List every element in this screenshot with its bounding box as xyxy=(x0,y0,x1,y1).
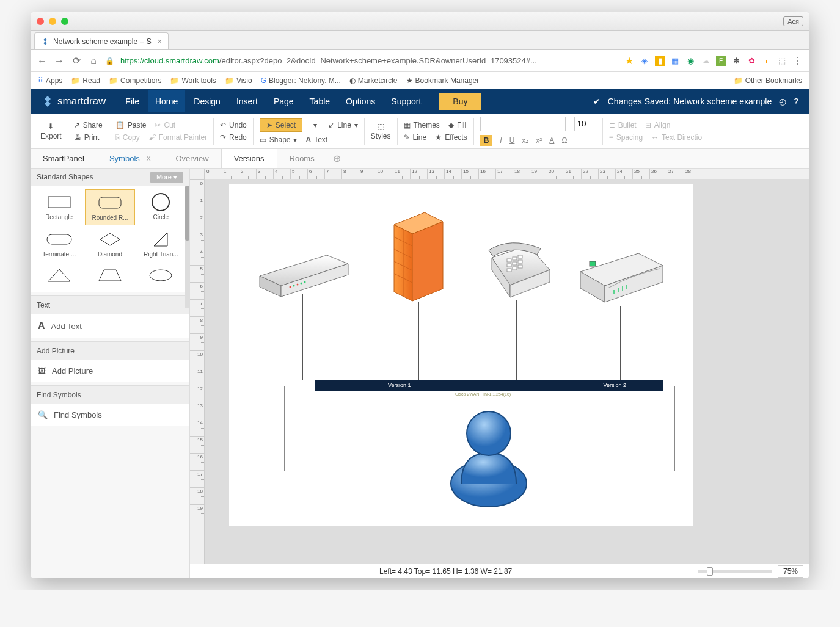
font-color-button[interactable]: A xyxy=(549,136,554,145)
cut-button[interactable]: ✂ Cut xyxy=(155,121,175,129)
redo-button[interactable]: ↷ Redo xyxy=(220,133,247,142)
add-tab-button[interactable]: ⊕ xyxy=(327,149,347,168)
canvas[interactable]: Version 1 Version 2 Cisco 2WANFTN-1.1.25… xyxy=(205,179,809,564)
bullet-button[interactable]: ≣ Bullet xyxy=(609,121,637,129)
paste-button[interactable]: 📋 Paste xyxy=(115,121,147,129)
ext-icon[interactable]: r xyxy=(762,56,772,66)
menu-support[interactable]: Support xyxy=(384,90,428,112)
effects-button[interactable]: ★ Effects xyxy=(435,133,467,142)
close-tab-icon[interactable]: × xyxy=(158,37,162,46)
ext-icon[interactable]: ✽ xyxy=(731,56,741,66)
add-text-button[interactable]: AAdd Text xyxy=(31,314,189,338)
shapes-scrollbar[interactable] xyxy=(185,186,189,308)
styles-icon[interactable]: ⬚ xyxy=(378,122,384,131)
browser-tab[interactable]: Network scheme example -- S × xyxy=(34,32,169,49)
bookmark-apps[interactable]: ⠿Apps xyxy=(38,76,62,85)
modem-device-icon[interactable] xyxy=(571,244,669,311)
font-size-input[interactable] xyxy=(574,117,596,131)
bookmark-link[interactable]: ★Bookmark Manager xyxy=(406,76,480,85)
underline-button[interactable]: U xyxy=(509,136,515,145)
bookmark-link[interactable]: GBlogger: Nektony. M... xyxy=(261,76,341,85)
buy-button[interactable]: Buy xyxy=(439,93,481,110)
menu-page[interactable]: Page xyxy=(266,90,301,112)
shape-diamond[interactable]: Diamond xyxy=(85,227,134,261)
bold-button[interactable]: B xyxy=(480,135,493,146)
tab-overview[interactable]: Overview xyxy=(163,149,221,168)
export-button[interactable]: Export xyxy=(40,132,62,140)
bookmark-folder[interactable]: 📁Work tools xyxy=(170,76,216,85)
other-bookmarks[interactable]: 📁Other Bookmarks xyxy=(734,76,802,85)
notification-icon[interactable]: ◴ xyxy=(779,96,786,106)
fill-button[interactable]: ◆ Fill xyxy=(448,121,466,129)
switch-device-icon[interactable] xyxy=(254,233,351,300)
tab-rooms[interactable]: Rooms xyxy=(277,149,327,168)
menu-file[interactable]: File xyxy=(118,90,147,112)
undo-button[interactable]: ↶ Undo xyxy=(220,121,247,129)
ext-icon[interactable]: ◉ xyxy=(685,56,695,66)
ext-icon[interactable]: ◈ xyxy=(640,56,649,66)
tab-versions[interactable]: Versions xyxy=(221,149,277,168)
add-picture-button[interactable]: 🖼Add Picture xyxy=(31,360,189,382)
font-family-input[interactable] xyxy=(480,117,566,131)
ext-icon[interactable]: F xyxy=(716,56,726,66)
shape-rounded-rect[interactable]: Rounded R... xyxy=(85,189,134,225)
menu-options[interactable]: Options xyxy=(338,90,382,112)
bookmark-link[interactable]: ◐Marketcircle xyxy=(349,76,398,85)
ext-icon[interactable]: ☁ xyxy=(701,56,710,66)
reload-button[interactable]: ⟳ xyxy=(71,55,82,67)
smartdraw-logo[interactable]: smartdraw xyxy=(42,95,106,107)
superscript-button[interactable]: x² xyxy=(536,136,542,145)
omega-button[interactable]: Ω xyxy=(561,136,567,145)
close-window-button[interactable] xyxy=(37,18,44,25)
bookmark-folder[interactable]: 📁Read xyxy=(71,76,100,85)
chrome-menu-icon[interactable]: ⋮ xyxy=(792,55,803,67)
address-bar[interactable]: https://cloud.smartdraw.com/editor.aspx?… xyxy=(120,56,619,65)
spacing-button[interactable]: ≡ Spacing xyxy=(609,133,643,142)
bookmark-star-icon[interactable]: ★ xyxy=(625,55,634,67)
shape-triangle[interactable] xyxy=(34,263,84,288)
share-button[interactable]: ↗ Share xyxy=(74,121,103,129)
minimize-window-button[interactable] xyxy=(49,18,56,25)
more-shapes-button[interactable]: More ▾ xyxy=(150,172,183,183)
menu-table[interactable]: Table xyxy=(302,90,337,112)
shape-right-triangle[interactable]: Right Trian... xyxy=(136,227,186,261)
themes-button[interactable]: ▦ Themes xyxy=(404,121,440,129)
back-button[interactable]: ← xyxy=(37,56,48,67)
ext-icon[interactable]: ⬚ xyxy=(777,56,787,66)
firewall-device-icon[interactable] xyxy=(382,206,455,304)
select-tool-button[interactable]: ➤ Select xyxy=(260,118,302,132)
ext-icon[interactable]: ▦ xyxy=(670,56,680,66)
print-button[interactable]: 🖶 Print xyxy=(74,133,100,142)
dropdown-icon[interactable]: ▾ xyxy=(311,121,320,129)
phone-device-icon[interactable] xyxy=(473,233,559,306)
chrome-profile-badge[interactable]: Ася xyxy=(783,16,803,26)
copy-button[interactable]: ⎘ Copy xyxy=(115,133,140,142)
export-icon[interactable]: ⬇ xyxy=(48,122,54,131)
menu-insert[interactable]: Insert xyxy=(229,90,265,112)
forward-button[interactable]: → xyxy=(54,56,65,67)
shape-terminator[interactable]: Terminate ... xyxy=(34,227,84,261)
help-icon[interactable]: ? xyxy=(794,96,798,106)
menu-home[interactable]: Home xyxy=(148,90,185,112)
ext-icon[interactable]: ▮ xyxy=(655,56,665,66)
tab-smartpanel[interactable]: SmartPanel xyxy=(31,149,97,168)
find-symbols-button[interactable]: 🔍Find Symbols xyxy=(31,404,189,426)
text-tool-button[interactable]: A Text xyxy=(305,136,327,144)
tab-symbols[interactable]: SymbolsX xyxy=(97,149,164,168)
format-painter-button[interactable]: 🖌 Format Painter xyxy=(148,133,207,142)
menu-design[interactable]: Design xyxy=(186,90,228,112)
bookmark-folder[interactable]: 📁Visio xyxy=(225,76,252,85)
align-button[interactable]: ⊟ Align xyxy=(645,121,671,129)
home-button[interactable]: ⌂ xyxy=(88,56,99,67)
zoom-percent[interactable]: 75% xyxy=(778,565,803,578)
shape-trapezoid[interactable] xyxy=(85,263,134,288)
shape-rectangle[interactable]: Rectangle xyxy=(34,189,84,225)
line-tool-button[interactable]: ↙ Line ▾ xyxy=(328,121,358,129)
ext-icon[interactable]: ✿ xyxy=(747,56,756,66)
maximize-window-button[interactable] xyxy=(61,18,68,25)
styles-button[interactable]: Styles xyxy=(371,132,391,140)
subscript-button[interactable]: x₂ xyxy=(522,136,528,145)
shape-ellipse[interactable] xyxy=(136,263,186,288)
italic-button[interactable]: I xyxy=(500,136,502,145)
shape-tool-button[interactable]: ▭ Shape ▾ xyxy=(260,136,298,144)
